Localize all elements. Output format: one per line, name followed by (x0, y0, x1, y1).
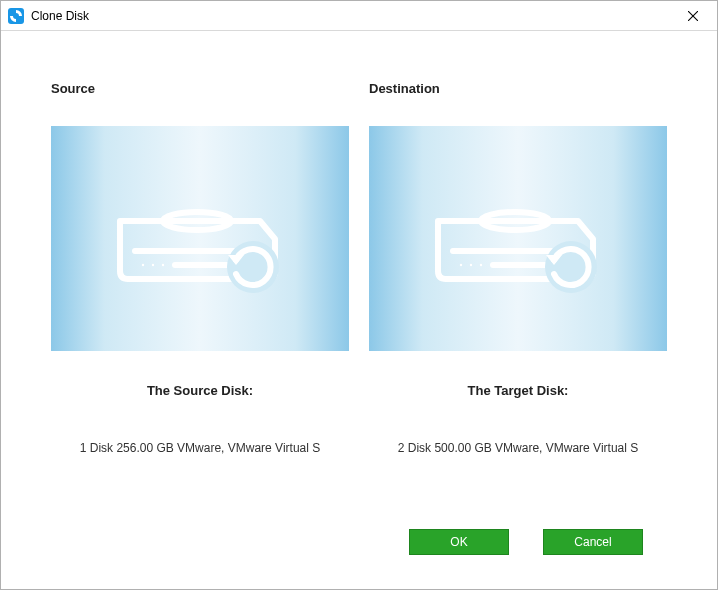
svg-point-7 (162, 263, 164, 265)
dialog-buttons: OK Cancel (51, 523, 667, 569)
source-disk-box[interactable] (51, 126, 349, 351)
source-disk-detail: 1 Disk 256.00 GB VMware, VMware Virtual … (51, 440, 349, 457)
svg-point-14 (470, 263, 472, 265)
destination-disk-detail: 2 Disk 500.00 GB VMware, VMware Virtual … (369, 440, 667, 457)
app-icon (7, 7, 25, 25)
source-column: Source (51, 81, 349, 523)
titlebar: Clone Disk (1, 1, 717, 31)
close-icon (688, 11, 698, 21)
dialog-content: Source (1, 31, 717, 589)
destination-disk-box[interactable] (369, 126, 667, 351)
source-heading: Source (51, 81, 349, 96)
disk-sync-icon (423, 179, 613, 299)
destination-heading: Destination (369, 81, 667, 96)
destination-column: Destination (369, 81, 667, 523)
window-title: Clone Disk (31, 9, 89, 23)
svg-point-6 (152, 263, 154, 265)
svg-point-13 (460, 263, 462, 265)
clone-disk-dialog: Clone Disk Source (0, 0, 718, 590)
svg-point-5 (142, 263, 144, 265)
ok-button[interactable]: OK (409, 529, 509, 555)
disk-sync-icon (105, 179, 295, 299)
close-button[interactable] (671, 2, 715, 30)
svg-point-15 (480, 263, 482, 265)
source-subheading: The Source Disk: (51, 383, 349, 398)
destination-subheading: The Target Disk: (369, 383, 667, 398)
cancel-button[interactable]: Cancel (543, 529, 643, 555)
